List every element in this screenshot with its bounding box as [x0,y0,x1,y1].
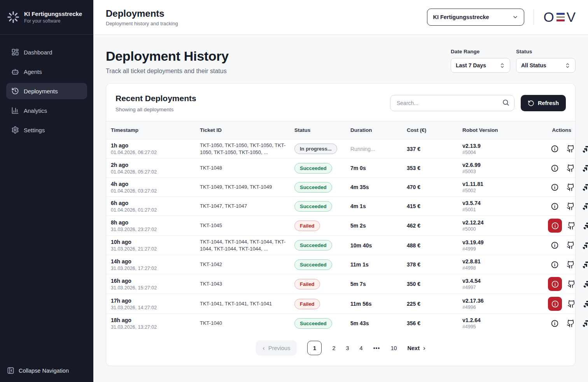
page-button-2[interactable]: 2 [332,345,335,351]
row-build-number: #4999 [462,246,542,252]
page-button-3[interactable]: 3 [346,345,349,351]
github-button[interactable] [564,258,577,271]
row-build-number: #5001 [462,207,542,212]
jira-button[interactable] [580,180,588,194]
sidebar-item-dashboard[interactable]: Dashboard [6,44,87,60]
date-range-select[interactable]: Last 7 Days [451,58,510,73]
row-datetime: 01.04.2026, 06:27:02 [111,150,194,155]
bar-chart-icon [11,107,19,114]
row-datetime: 31.03.2026, 14:27:02 [111,305,194,310]
status-badge: Failed [294,299,320,309]
row-duration: 4m 35s [350,181,407,193]
jira-button[interactable] [580,317,588,330]
github-button[interactable] [564,239,577,252]
column-robot-version: Robot Version [462,127,548,133]
refresh-button[interactable]: Refresh [521,95,566,111]
jira-button[interactable] [581,219,588,232]
row-relative-time: 10h ago [111,239,194,245]
date-range-label: Date Range [451,49,510,54]
info-icon [551,241,559,249]
row-cost: 378 € [407,259,462,270]
jira-button[interactable] [581,297,588,310]
app-tagline: For your software [24,18,82,24]
row-datetime: 01.04.2026, 01:27:02 [111,207,194,213]
row-robot-version: v2.13.9 [462,143,542,149]
table-header: Timestamp Ticket ID Status Duration Cost… [106,121,575,139]
panel-collapse-icon [7,367,14,374]
sidebar-item-agents[interactable]: Agents [6,63,87,80]
row-duration: Running... [350,143,407,155]
jira-arrows-icon [583,261,588,268]
chevron-left-icon: ‹ [262,345,265,351]
github-button[interactable] [564,161,577,175]
page-button-10[interactable]: 10 [390,345,397,351]
sidebar-header: KI Fertigungsstrecke For your software [0,0,93,35]
page-button-4[interactable]: 4 [360,345,363,351]
row-datetime: 01.04.2026, 03:27:02 [111,188,194,194]
table-row: 14h ago 31.03.2026, 17:27:02 TKT-1042 Su… [106,255,575,274]
card-title: Recent Deployments [116,94,196,103]
github-button[interactable] [564,142,577,156]
info-button[interactable] [548,239,561,252]
jira-button[interactable] [581,277,588,291]
recent-deployments-card: Recent Deployments Showing all deploymen… [106,83,576,366]
github-button[interactable] [565,219,578,232]
collapse-navigation-button[interactable]: Collapse Navigation [7,367,69,374]
sidebar-item-settings[interactable]: Settings [6,122,87,138]
next-page-button[interactable]: Next › [408,345,425,351]
github-button[interactable] [564,317,577,330]
info-icon [551,202,559,210]
github-icon [567,319,575,328]
row-build-number: #4997 [462,285,542,290]
status-badge: Failed [294,279,320,289]
jira-button[interactable] [580,161,588,175]
row-datetime: 31.03.2026, 17:27:02 [111,266,194,271]
info-icon [551,261,559,269]
github-button[interactable] [565,277,578,291]
row-robot-version: v1.2.64 [462,317,542,323]
github-button[interactable] [564,200,577,213]
info-button[interactable] [548,317,561,330]
tenant-select[interactable]: KI Fertigungsstrecke [427,9,524,26]
sidebar-item-deployments[interactable]: Deployments [6,83,87,99]
status-badge: Succeeded [294,259,332,270]
dashboard-icon [11,48,19,56]
info-button[interactable] [548,277,562,291]
row-relative-time: 8h ago [111,219,194,226]
github-icon [567,300,576,308]
info-button[interactable] [548,200,561,213]
row-relative-time: 4h ago [111,181,194,187]
sidebar-item-analytics[interactable]: Analytics [6,102,87,119]
github-button[interactable] [564,180,577,194]
refresh-label: Refresh [538,100,559,106]
row-cost: 356 € [407,317,462,329]
row-datetime: 31.03.2026, 15:27:02 [111,285,194,291]
info-button[interactable] [548,180,561,194]
previous-page-button[interactable]: ‹ Previous [256,340,297,356]
row-relative-time: 14h ago [111,258,194,265]
table-body: 1h ago 01.04.2026, 06:27:02 TKT-1050, TK… [106,139,575,333]
info-button[interactable] [548,258,561,271]
sidebar-item-label: Analytics [24,107,47,114]
row-robot-version: v3.19.49 [462,239,542,245]
row-cost: 415 € [407,200,462,212]
page-button-1[interactable]: 1 [307,341,322,355]
jira-button[interactable] [580,142,588,156]
jira-button[interactable] [580,200,588,213]
info-button[interactable] [548,142,561,156]
search-input[interactable] [390,95,514,111]
row-robot-version: v2.6.99 [462,162,542,168]
info-button[interactable] [548,161,561,175]
github-button[interactable] [565,297,578,310]
bot-icon [11,68,19,75]
status-filter-select[interactable]: All Status [516,58,576,73]
jira-button[interactable] [580,239,588,252]
info-button[interactable] [548,297,562,311]
brand-letter-v: V [567,9,576,25]
header-divider [534,9,534,25]
jira-button[interactable] [580,258,588,271]
row-relative-time: 6h ago [111,200,194,206]
row-robot-version: v2.8.81 [462,258,542,265]
row-robot-version: v1.11.81 [462,181,542,187]
info-button[interactable] [548,219,562,233]
